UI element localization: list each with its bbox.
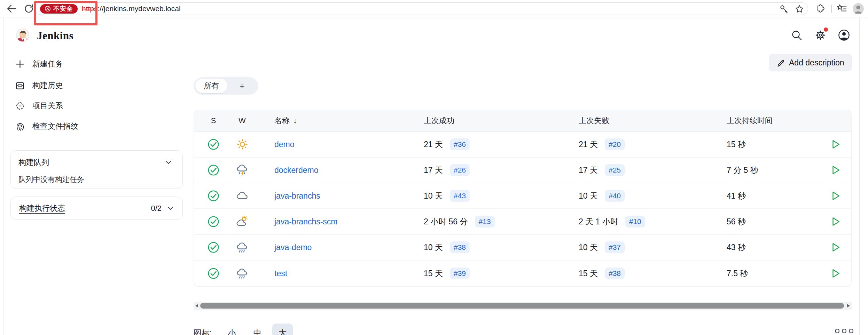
add-description-label: Add description [789,58,844,67]
duration: 41 秒 [727,191,746,200]
weather-cell[interactable] [226,163,259,177]
sidebar-item-label: 项目关系 [32,101,63,111]
page-right-edge [859,17,860,335]
icon-size-small[interactable]: 小 [221,324,242,335]
bookmark-star-icon[interactable] [795,4,804,14]
last-success-time: 21 天 [424,139,443,150]
sidebar-item-project-relationship[interactable]: 项目关系 [10,99,118,113]
search-icon[interactable] [790,29,803,41]
weather-cell[interactable] [226,240,259,254]
failure-build-badge[interactable]: #40 [605,190,625,202]
weather-cell[interactable] [226,137,259,151]
jenkins-logo[interactable] [16,29,29,42]
inbox-icon [15,81,25,90]
column-name[interactable]: 名称 ↓ [259,115,415,126]
run-build-button[interactable] [830,216,841,227]
success-build-badge[interactable]: #43 [450,190,470,202]
weather-cell[interactable] [226,215,259,229]
browser-back-icon[interactable] [6,3,17,14]
column-last-duration[interactable]: 上次持续时间 [725,115,830,126]
job-link[interactable]: java-demo [274,243,312,252]
status-success-icon [207,190,220,202]
scroll-right-arrow-icon[interactable] [847,304,850,308]
sort-descending-icon: ↓ [293,116,297,125]
status-cell[interactable] [201,164,226,176]
icon-size-medium[interactable]: 中 [247,324,267,335]
favorites-list-icon[interactable] [836,3,847,14]
sidebar-item-build-history[interactable]: 构建历史 [10,79,118,93]
status-cell[interactable] [201,190,226,202]
status-cell[interactable] [201,241,226,254]
column-status[interactable]: S [201,116,226,125]
run-build-button[interactable] [830,139,841,150]
duration: 43 秒 [727,243,746,252]
failure-build-badge[interactable]: #10 [625,216,645,228]
failure-build-badge[interactable]: #20 [605,138,625,150]
icon-size-large[interactable]: 大 [272,324,293,335]
run-build-button[interactable] [830,165,841,176]
run-build-button[interactable] [830,268,841,279]
browser-refresh-icon[interactable] [24,3,34,14]
job-link[interactable]: test [274,269,287,278]
new-view-button[interactable]: + [227,79,257,93]
table-row: demo 21 天 #36 21 天 #20 15 秒 [194,132,851,158]
app-title[interactable]: Jenkins [37,30,73,42]
success-build-badge[interactable]: #39 [450,268,470,279]
url-text: ://jenkins.mydevweb.local [98,5,181,13]
horizontal-scrollbar[interactable] [194,302,852,310]
success-build-badge[interactable]: #38 [450,241,470,253]
build-executor-panel: 构建执行状态 0/2 [10,197,183,220]
chevron-down-icon[interactable] [165,159,172,166]
overflow-menu-icon[interactable] [835,329,853,333]
last-failure-time: 10 天 [579,242,598,253]
password-key-icon[interactable] [779,4,789,14]
job-link[interactable]: java-branchs [274,191,320,200]
status-cell[interactable] [201,267,226,280]
extensions-icon[interactable] [815,3,826,14]
security-badge-label: 不安全 [53,5,73,13]
failure-build-badge[interactable]: #38 [605,268,625,279]
column-last-failure[interactable]: 上次失败 [570,115,725,126]
address-bar[interactable]: 不安全 https ://jenkins.mydevweb.local [35,2,808,15]
last-failure-time: 21 天 [579,139,598,150]
column-last-success[interactable]: 上次成功 [415,115,570,126]
build-executor-link[interactable]: 构建执行状态 [19,203,65,214]
scroll-left-arrow-icon[interactable] [195,304,198,308]
failure-build-badge[interactable]: #25 [605,164,625,176]
security-badge[interactable]: 不安全 [40,4,78,14]
build-queue-title[interactable]: 构建队列 [18,157,175,168]
table-row: test 15 天 #39 15 天 #38 7.5 秒 [194,261,851,286]
last-failure-time: 17 天 [579,165,598,176]
job-link[interactable]: demo [274,140,295,149]
last-success-time: 10 天 [424,191,443,201]
weather-cell[interactable] [226,266,259,280]
scrollbar-thumb[interactable] [200,303,844,309]
status-cell[interactable] [201,215,226,228]
last-success-time: 2 小时 56 分 [424,216,468,227]
column-weather[interactable]: W [226,116,259,125]
tab-all[interactable]: 所有 [195,79,227,93]
run-build-button[interactable] [830,242,841,253]
last-success-time: 10 天 [424,242,443,253]
sidebar-item-new-job[interactable]: 新建任务 [10,57,118,71]
job-link[interactable]: dockerdemo [274,166,319,175]
sidebar-item-fingerprint[interactable]: 检查文件指纹 [10,119,118,133]
weather-cell[interactable] [226,189,259,203]
table-row: java-branchs-scm 2 小时 56 分 #13 2 天 1 小时 … [194,209,851,235]
icon-size-label: 图标: [194,328,212,335]
weather-icon [235,240,249,254]
user-account-icon[interactable] [838,29,850,41]
last-failure-time: 15 天 [579,268,598,279]
profile-avatar[interactable] [852,3,864,15]
status-cell[interactable] [201,138,226,151]
success-build-badge[interactable]: #36 [450,138,470,150]
failure-build-badge[interactable]: #37 [605,241,625,253]
add-description-button[interactable]: Add description [769,54,852,71]
dashed-circle-icon [15,101,25,111]
job-link[interactable]: java-branchs-scm [274,217,338,226]
success-build-badge[interactable]: #26 [450,164,470,176]
success-build-badge[interactable]: #13 [475,216,495,228]
chevron-down-icon[interactable] [167,205,174,212]
run-build-button[interactable] [830,190,841,201]
sidebar-item-label: 新建任务 [32,59,63,69]
